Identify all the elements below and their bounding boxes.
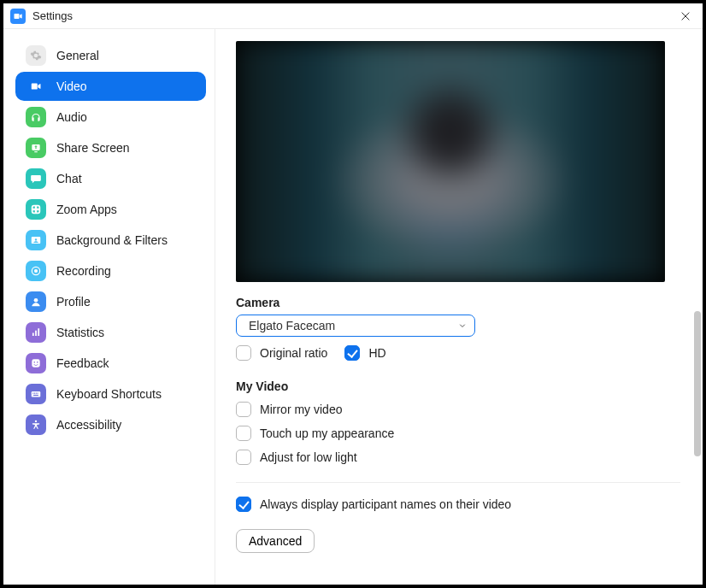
- sidebar-item-label: Zoom Apps: [56, 203, 117, 216]
- display-names-label: Always display participant names on thei…: [260, 497, 511, 511]
- sidebar-item-general[interactable]: General: [15, 41, 206, 70]
- sidebar-item-audio[interactable]: Audio: [15, 103, 206, 132]
- camera-select[interactable]: Elgato Facecam: [236, 315, 475, 337]
- mirror-checkbox[interactable]: [236, 402, 251, 417]
- lowlight-checkbox[interactable]: [236, 450, 251, 465]
- keyboard-icon: [26, 384, 46, 404]
- svg-point-15: [35, 420, 37, 422]
- scrollbar-thumb[interactable]: [694, 311, 701, 456]
- sidebar-item-label: Background & Filters: [56, 233, 168, 247]
- original-ratio-option[interactable]: Original ratio: [236, 345, 327, 361]
- feedback-icon: [26, 353, 46, 373]
- sidebar-item-feedback[interactable]: Feedback: [15, 349, 206, 378]
- record-icon: [26, 261, 46, 281]
- sidebar: GeneralVideoAudioShare ScreenChatZoom Ap…: [3, 29, 215, 585]
- lowlight-label: Adjust for low light: [260, 450, 357, 464]
- svg-rect-6: [32, 359, 39, 367]
- camera-section-title: Camera: [236, 296, 680, 309]
- titlebar: Settings: [3, 3, 703, 29]
- app-icon: [10, 9, 26, 24]
- sidebar-item-label: General: [56, 49, 99, 62]
- sidebar-item-chat[interactable]: Chat: [15, 164, 206, 193]
- hd-label: HD: [368, 346, 385, 360]
- svg-point-2: [35, 238, 37, 240]
- sidebar-item-a11y[interactable]: Accessibility: [15, 410, 206, 439]
- content: Camera Elgato Facecam Original ratio HD: [215, 29, 703, 585]
- chevron-down-icon: [457, 320, 468, 331]
- original-ratio-checkbox[interactable]: [236, 345, 251, 361]
- video-preview: [236, 41, 665, 282]
- advanced-button[interactable]: Advanced: [236, 529, 315, 553]
- sidebar-item-stats[interactable]: Statistics: [15, 318, 206, 347]
- sidebar-item-label: Statistics: [56, 326, 104, 339]
- sidebar-item-video[interactable]: Video: [15, 72, 206, 101]
- sidebar-item-label: Audio: [56, 110, 87, 124]
- svg-rect-14: [33, 395, 38, 396]
- svg-rect-11: [34, 393, 35, 394]
- sidebar-item-label: Chat: [56, 172, 82, 185]
- settings-window: Settings GeneralVideoAudioShare ScreenCh…: [3, 3, 703, 585]
- sidebar-item-bgfilters[interactable]: Background & Filters: [15, 226, 206, 255]
- hd-checkbox[interactable]: [344, 345, 360, 361]
- gear-icon: [26, 45, 46, 66]
- content-inner: Camera Elgato Facecam Original ratio HD: [236, 41, 680, 553]
- accessibility-icon: [26, 415, 46, 435]
- svg-rect-13: [37, 393, 38, 394]
- sidebar-item-label: Accessibility: [56, 418, 121, 432]
- touchup-option[interactable]: Touch up my appearance: [236, 426, 680, 441]
- sidebar-item-label: Share Screen: [56, 141, 130, 155]
- display-names-checkbox[interactable]: [236, 497, 251, 512]
- close-icon: [680, 10, 691, 22]
- sidebar-item-label: Recording: [56, 264, 111, 278]
- my-video-section-title: My Video: [236, 379, 680, 393]
- camera-selected-value: Elgato Facecam: [249, 319, 335, 332]
- svg-rect-12: [36, 393, 37, 394]
- sidebar-item-label: Video: [56, 79, 87, 93]
- share-icon: [26, 138, 46, 158]
- sidebar-item-shortcuts[interactable]: Keyboard Shortcuts: [15, 379, 206, 409]
- mirror-label: Mirror my video: [260, 403, 342, 416]
- body: GeneralVideoAudioShare ScreenChatZoom Ap…: [3, 29, 703, 585]
- sidebar-item-recording[interactable]: Recording: [15, 256, 206, 285]
- display-names-option[interactable]: Always display participant names on thei…: [236, 497, 680, 512]
- sidebar-item-label: Profile: [56, 295, 91, 309]
- close-button[interactable]: [675, 6, 696, 26]
- chat-icon: [26, 168, 46, 189]
- video-preview-frame: [236, 41, 665, 282]
- stats-icon: [26, 322, 46, 343]
- divider: [236, 482, 680, 483]
- svg-rect-9: [32, 391, 41, 397]
- hd-option[interactable]: HD: [344, 345, 385, 361]
- camera-options-row: Original ratio HD: [236, 345, 680, 361]
- profile-icon: [26, 291, 46, 312]
- apps-icon: [26, 199, 46, 220]
- sidebar-item-label: Feedback: [56, 356, 109, 370]
- video-icon: [26, 76, 46, 97]
- mirror-option[interactable]: Mirror my video: [236, 402, 680, 417]
- touchup-checkbox[interactable]: [236, 426, 251, 441]
- sidebar-item-label: Keyboard Shortcuts: [56, 387, 162, 401]
- touchup-label: Touch up my appearance: [260, 426, 394, 440]
- svg-point-8: [37, 362, 38, 363]
- title-left: Settings: [10, 9, 73, 24]
- lowlight-option[interactable]: Adjust for low light: [236, 450, 680, 465]
- sidebar-item-share[interactable]: Share Screen: [15, 133, 206, 162]
- svg-rect-10: [32, 393, 33, 394]
- svg-point-7: [33, 362, 35, 363]
- svg-point-5: [34, 298, 38, 303]
- window-title: Settings: [32, 9, 73, 22]
- original-ratio-label: Original ratio: [260, 346, 327, 360]
- sidebar-item-apps[interactable]: Zoom Apps: [15, 195, 206, 224]
- svg-point-4: [34, 269, 38, 273]
- sidebar-item-profile[interactable]: Profile: [15, 287, 206, 316]
- headphones-icon: [26, 107, 46, 127]
- background-icon: [26, 230, 46, 250]
